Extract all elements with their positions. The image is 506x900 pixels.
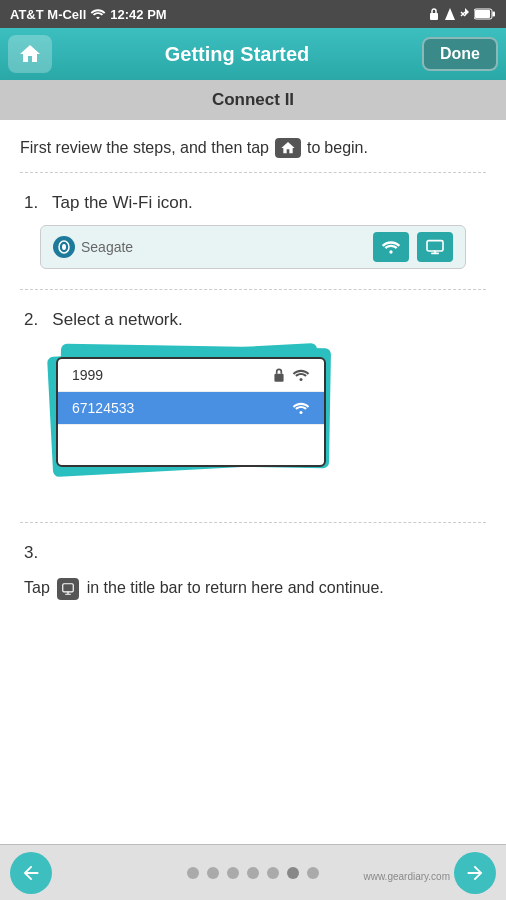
divider-0 xyxy=(20,172,486,173)
step-3-number: 3. xyxy=(24,543,38,562)
wifi-status-icon xyxy=(90,8,106,20)
lock-icon xyxy=(428,7,440,21)
status-bar: AT&T M-Cell 12:42 PM xyxy=(0,0,506,28)
return-icon xyxy=(61,582,75,596)
seagate-label: Seagate xyxy=(81,239,133,255)
network-name-2: 67124533 xyxy=(72,400,134,416)
monitor-icon xyxy=(425,239,445,255)
home-button[interactable] xyxy=(8,35,52,73)
header-title: Getting Started xyxy=(52,43,422,66)
step-3: 3. Tap in the title bar to return here a… xyxy=(20,533,486,611)
lock-icon-1 xyxy=(272,367,286,383)
battery-icon xyxy=(474,8,496,20)
step-2-number: 2. xyxy=(24,310,38,329)
arrow-icon xyxy=(444,7,456,21)
time-text: 12:42 PM xyxy=(110,7,166,22)
network-illustration: 1999 67124533 xyxy=(30,342,476,502)
dot-2 xyxy=(207,867,219,879)
intro-text-1: First review the steps, and then tap xyxy=(20,136,269,160)
home-icon xyxy=(18,42,42,66)
step-3-title: 3. xyxy=(20,543,486,563)
bottom-nav: www.geardiary.com xyxy=(0,844,506,900)
dot-6 xyxy=(287,867,299,879)
seagate-icon xyxy=(57,240,71,254)
network-icons-2 xyxy=(292,401,310,415)
carrier-text: AT&T M-Cell xyxy=(10,7,86,22)
svg-marker-1 xyxy=(445,8,455,20)
monitor-icon-button[interactable] xyxy=(417,232,453,262)
content: First review the steps, and then tap to … xyxy=(0,120,506,844)
dot-1 xyxy=(187,867,199,879)
svg-rect-5 xyxy=(475,10,490,18)
wifi-signal-icon xyxy=(381,239,401,255)
step-1-number: 1. xyxy=(24,193,38,212)
step-2: 2. Select a network. 1999 xyxy=(20,300,486,512)
wifi-icon-button[interactable] xyxy=(373,232,409,262)
svg-point-12 xyxy=(300,378,303,381)
svg-point-8 xyxy=(62,244,66,250)
wifi-bar-illustration: Seagate xyxy=(40,225,466,269)
intro-text-2: to xyxy=(307,136,320,160)
network-icons-1 xyxy=(272,367,310,383)
svg-rect-6 xyxy=(493,12,496,17)
status-left: AT&T M-Cell 12:42 PM xyxy=(10,7,167,22)
step-2-title: 2. Select a network. xyxy=(20,310,486,330)
forward-arrow-icon xyxy=(464,862,486,884)
network-row-2: 67124533 xyxy=(58,392,324,425)
back-button[interactable] xyxy=(10,852,52,894)
intro-text-3: begin. xyxy=(324,136,368,160)
seagate-circle xyxy=(53,236,75,258)
card-main: 1999 67124533 xyxy=(56,357,326,467)
dot-3 xyxy=(227,867,239,879)
step-3-text2: in the title bar to return here and cont… xyxy=(87,579,384,596)
svg-point-9 xyxy=(389,250,392,253)
watermark: www.geardiary.com xyxy=(363,871,450,882)
seagate-logo: Seagate xyxy=(53,236,133,258)
sub-header: Connect II xyxy=(0,80,506,120)
network-name-1: 1999 xyxy=(72,367,103,383)
return-icon-box xyxy=(57,578,79,600)
intro-text: First review the steps, and then tap to … xyxy=(20,136,486,160)
divider-2 xyxy=(20,522,486,523)
svg-rect-0 xyxy=(430,13,438,20)
svg-rect-11 xyxy=(274,374,283,382)
bluetooth-icon xyxy=(460,7,470,21)
step-3-tap: Tap xyxy=(24,579,50,596)
status-right xyxy=(428,7,496,21)
wifi-icon-2 xyxy=(292,401,310,415)
home-inline-svg xyxy=(280,140,296,156)
divider-1 xyxy=(20,289,486,290)
back-arrow-icon xyxy=(20,862,42,884)
header: Getting Started Done xyxy=(0,28,506,80)
svg-point-13 xyxy=(300,411,303,414)
network-row-1: 1999 xyxy=(58,359,324,392)
sub-header-title: Connect II xyxy=(212,90,294,110)
svg-rect-10 xyxy=(427,241,443,251)
step-1-text: Tap the Wi-Fi icon. xyxy=(52,193,193,212)
home-inline-icon xyxy=(275,138,301,158)
dot-4 xyxy=(247,867,259,879)
step-1-title: 1. Tap the Wi-Fi icon. xyxy=(20,193,486,213)
done-button[interactable]: Done xyxy=(422,37,498,71)
wifi-icon-1 xyxy=(292,368,310,382)
dot-7 xyxy=(307,867,319,879)
svg-rect-14 xyxy=(63,584,74,592)
wifi-icons-group xyxy=(373,232,453,262)
forward-button[interactable] xyxy=(454,852,496,894)
step-2-text: Select a network. xyxy=(52,310,182,329)
dot-5 xyxy=(267,867,279,879)
step-1: 1. Tap the Wi-Fi icon. Seagate xyxy=(20,183,486,279)
step-3-text: Tap in the title bar to return here and … xyxy=(20,575,486,601)
